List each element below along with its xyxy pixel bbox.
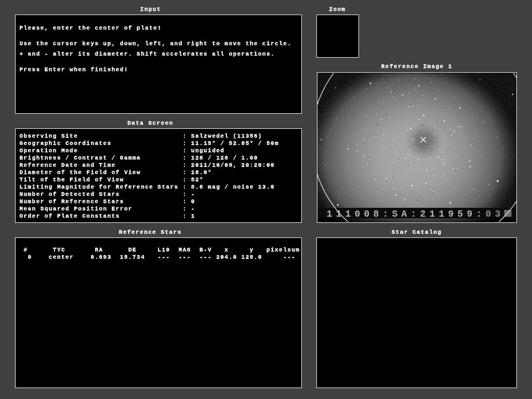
svg-text:03: 03 — [486, 209, 504, 219]
svg-text:111008:SA:211959:: 111008:SA:211959: — [327, 209, 486, 219]
